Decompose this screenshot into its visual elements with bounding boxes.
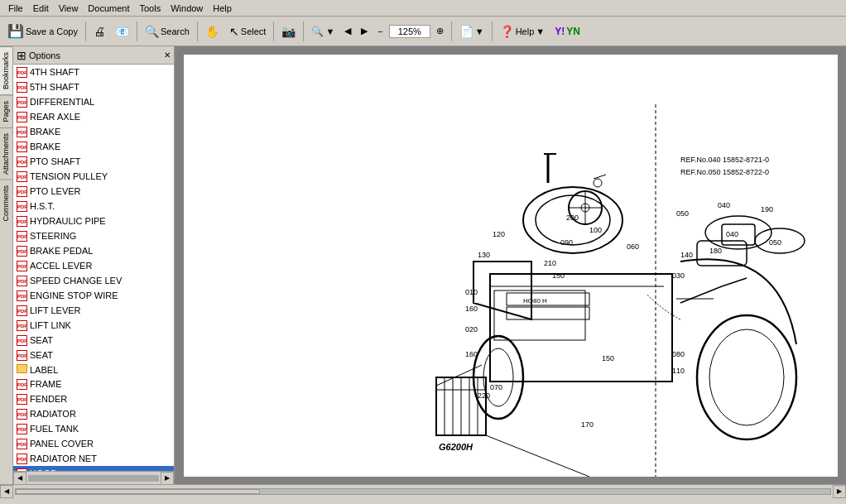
sidebar-item-radiator-net[interactable]: PDFRADIATOR NET [13, 451, 174, 466]
menu-edit[interactable]: Edit [28, 2, 54, 14]
sidebar-item-brake-1[interactable]: PDFBRAKE [13, 124, 174, 139]
svg-text:010: 010 [465, 288, 478, 296]
zoom-out-button[interactable]: 🔍 ▼ [307, 20, 339, 43]
sidebar-item-label[interactable]: LABEL [13, 362, 174, 377]
svg-text:140: 140 [680, 251, 693, 259]
scroll-left-arrow[interactable]: ◀ [0, 485, 13, 498]
sidebar-item-label-hydraulic-pipe: HYDRAULIC PIPE [30, 216, 106, 226]
sidebar-item-lift-lever[interactable]: PDFLIFT LEVER [13, 303, 174, 318]
sidebar-item-differential[interactable]: PDFDIFFERENTIAL [13, 94, 174, 109]
snapshot-button[interactable]: 📷 [277, 20, 300, 43]
search-button[interactable]: 🔍 Search [141, 20, 194, 43]
email-button[interactable]: 📧 [111, 20, 133, 43]
comments-tab[interactable]: Comments [0, 180, 12, 227]
sidebar-item-pto-lever[interactable]: PDFPTO LEVER [13, 184, 174, 199]
sidebar-item-hydraulic-pipe[interactable]: PDFHYDRAULIC PIPE [13, 214, 174, 228]
sidebar-item-label-brake-pedal: BRAKE PEDAL [30, 246, 93, 256]
pages-tab[interactable]: Pages [0, 95, 12, 127]
help-button[interactable]: ❓ Help ▼ [496, 20, 550, 43]
menu-file[interactable]: File [3, 2, 28, 14]
print-button[interactable]: 🖨 [89, 20, 109, 43]
sidebar-item-panel-cover[interactable]: PDFPANEL COVER [13, 436, 174, 451]
sidebar-item-lift-link[interactable]: PDFLIFT LINK [13, 318, 174, 333]
save-copy-button[interactable]: 💾 Save a Copy [3, 20, 82, 43]
sidebar-item-brake-2[interactable]: PDFBRAKE [13, 139, 174, 154]
item-icon-steering: PDF [17, 230, 30, 242]
menu-document[interactable]: Document [83, 2, 134, 14]
svg-text:200: 200 [566, 214, 579, 222]
scroll-left-button[interactable]: ◀ [13, 472, 26, 485]
document-page: REF.No.040 15852-8721-0 REF.No.050 15852… [184, 55, 838, 477]
options-tab-label[interactable]: Options [29, 50, 60, 60]
scroll-right-button[interactable]: ▶ [161, 472, 174, 485]
select-button[interactable]: ↖ Select [225, 20, 271, 43]
sidebar-item-fender[interactable]: PDFFENDER [13, 391, 174, 406]
sidebar-item-seat-2[interactable]: PDFSEAT [13, 348, 174, 362]
sidebar-item-5th-shaft[interactable]: PDF5TH SHAFT [13, 79, 174, 94]
sidebar-item-tension-pulley[interactable]: PDFTENSION PULLEY [13, 169, 174, 184]
sidebar-item-pto-shaft[interactable]: PDFPTO SHAFT [13, 154, 174, 169]
options-close-button[interactable]: ✕ [164, 50, 171, 60]
svg-text:120: 120 [493, 230, 505, 238]
svg-text:180: 180 [709, 247, 722, 255]
menu-window[interactable]: Window [166, 2, 208, 14]
zoom-next-button[interactable]: ▶ [357, 20, 372, 43]
page-controls[interactable]: 📄 ▼ [455, 20, 488, 43]
hand-tool-button[interactable]: ✋ [201, 20, 224, 43]
sidebar-item-hst[interactable]: PDFH.S.T. [13, 199, 174, 214]
svg-text:HO80 H: HO80 H [523, 297, 547, 305]
sidebar-item-label-seat-2: SEAT [30, 350, 53, 360]
scroll-right-arrow[interactable]: ▶ [833, 485, 846, 498]
sidebar-item-radiator[interactable]: PDFRADIATOR [13, 406, 174, 421]
help-icon: ❓ [500, 25, 514, 38]
sidebar-item-label-label: LABEL [30, 365, 58, 375]
yahoo-button[interactable]: Y! YN [550, 20, 584, 43]
sidebar-item-speed-change[interactable]: PDFSPEED CHANGE LEV [13, 273, 174, 288]
zoom-input[interactable] [389, 25, 430, 38]
scrollbar-track[interactable] [28, 475, 159, 482]
sidebar-item-accel-lever[interactable]: PDFACCEL LEVER [13, 258, 174, 273]
item-icon-speed-change: PDF [17, 275, 30, 286]
separator-2 [137, 22, 137, 41]
sidebar-item-frame[interactable]: PDFFRAME [13, 377, 174, 391]
menu-help[interactable]: Help [208, 2, 237, 14]
bookmarks-tab[interactable]: Bookmarks [0, 46, 12, 95]
separator-5 [303, 22, 304, 41]
item-icon-accel-lever: PDF [17, 260, 30, 271]
sidebar-item-label-rear-axle: REAR AXLE [30, 112, 80, 122]
menu-tools[interactable]: Tools [135, 2, 166, 14]
item-icon-engine-stop: PDF [17, 290, 30, 301]
item-icon-seat-2: PDF [17, 349, 30, 361]
sidebar-item-fuel-tank[interactable]: PDFFUEL TANK [13, 421, 174, 436]
zoom-minus-button[interactable]: − [373, 20, 387, 43]
sidebar-scrollbar-bottom[interactable]: ◀ ▶ [13, 471, 174, 484]
sidebar-item-rear-axle[interactable]: PDFREAR AXLE [13, 109, 174, 124]
horizontal-scrollbar-thumb[interactable] [16, 489, 260, 494]
attachments-tab[interactable]: Attachments [0, 127, 12, 180]
item-icon-brake-1: PDF [17, 126, 30, 137]
sidebar-item-engine-stop[interactable]: PDFENGINE STOP WIRE [13, 288, 174, 303]
zoom-previous-button[interactable]: ◀ [340, 20, 355, 43]
options-icon: ⊞ [17, 49, 26, 62]
item-icon-seat-1: PDF [17, 334, 30, 346]
menu-bar: File Edit View Document Tools Window Hel… [0, 0, 846, 17]
sidebar-item-seat-1[interactable]: PDFSEAT [13, 333, 174, 348]
bottom-scrollbar[interactable]: ◀ ▶ [0, 484, 846, 497]
cursor-icon: ↖ [229, 25, 239, 38]
svg-text:160: 160 [465, 305, 478, 313]
svg-line-63 [436, 365, 482, 386]
horizontal-scrollbar-track[interactable] [15, 488, 831, 495]
sidebar-item-steering[interactable]: PDFSTEERING [13, 228, 174, 243]
svg-text:090: 090 [560, 238, 573, 247]
sidebar-item-4th-shaft[interactable]: PDF4TH SHAFT [13, 65, 174, 79]
sidebar-item-label-radiator: RADIATOR [30, 409, 76, 419]
menu-view[interactable]: View [54, 2, 84, 14]
zoom-fit-button[interactable]: ⊕ [432, 20, 448, 43]
svg-text:020: 020 [465, 325, 478, 334]
item-icon-differential: PDF [17, 96, 30, 108]
fit-icon: ⊕ [436, 26, 444, 36]
svg-text:210: 210 [544, 259, 556, 267]
sidebar-item-brake-pedal[interactable]: PDFBRAKE PEDAL [13, 243, 174, 258]
sidebar-item-label-seat-1: SEAT [30, 335, 53, 345]
page-dropdown: ▼ [475, 26, 484, 36]
